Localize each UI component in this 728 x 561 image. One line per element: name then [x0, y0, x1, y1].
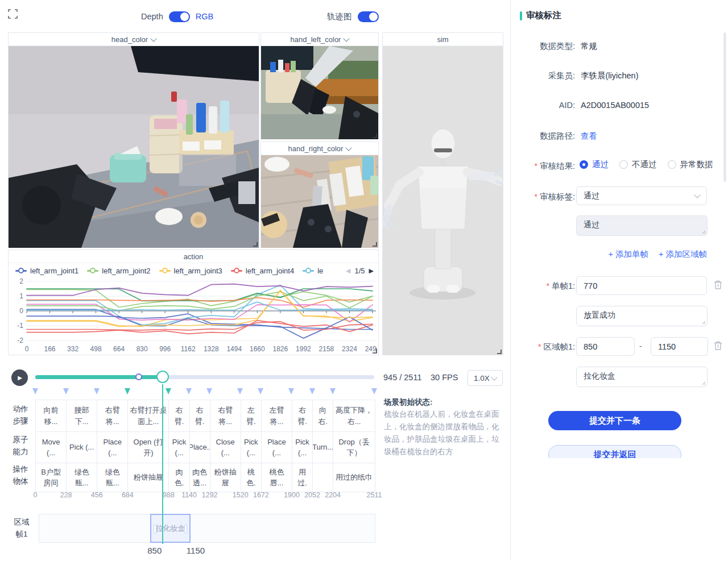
action-step-cell: 右臂.	[190, 400, 210, 431]
frame-axis-tick: 228	[60, 491, 72, 499]
scrollbar-thumb[interactable]	[723, 32, 726, 182]
legend-item[interactable]: left_arm_joint1	[15, 267, 78, 275]
legend-prev-icon[interactable]: ◀	[346, 267, 350, 275]
action-step-cell: 左臂.	[241, 400, 262, 431]
radio-label: 异常数据	[680, 159, 713, 170]
table-row: B户型房间绿色瓶...绿色瓶...粉饼抽屉肉色.肉色透...粉饼抽屉桃色.桃色唇…	[36, 463, 375, 492]
frame-marker-triangle[interactable]	[32, 388, 38, 394]
resize-handle-icon[interactable]	[253, 242, 258, 247]
frame-marker-triangle[interactable]	[94, 388, 100, 394]
radio-icon[interactable]	[619, 160, 628, 169]
region-start-input[interactable]: 850	[576, 337, 635, 356]
radio-icon[interactable]	[580, 160, 588, 169]
frame-marker-triangle[interactable]	[166, 388, 171, 394]
review-result-option[interactable]: 通过	[580, 159, 609, 170]
add-region-frame-link[interactable]: + 添加区域帧	[659, 249, 707, 260]
frame-marker-triangle[interactable]	[288, 388, 294, 394]
radio-icon[interactable]	[668, 160, 676, 169]
object-cell: 肉色.	[169, 463, 190, 492]
hand-right-title: hand_right_color	[288, 144, 344, 153]
svg-text:1494: 1494	[226, 345, 242, 353]
resize-grip-icon	[701, 230, 706, 234]
delete-region-frame-icon[interactable]	[713, 340, 723, 351]
region-frame-track[interactable]	[39, 514, 375, 543]
timeline-slider-handle[interactable]	[156, 371, 169, 383]
legend-item[interactable]: le	[303, 267, 323, 275]
single-frame-note[interactable]: 放置成功	[576, 306, 708, 326]
required-star: *	[546, 281, 549, 290]
add-single-frame-link[interactable]: + 添加单帧	[609, 249, 649, 260]
hand-left-image	[261, 46, 378, 139]
frame-axis-tick: 1520	[233, 491, 249, 499]
hand-left-title: hand_left_color	[291, 35, 341, 44]
frame-marker-triangle[interactable]	[309, 388, 315, 394]
atomic-skill-cell: Pick (...	[292, 432, 313, 463]
resize-handle-icon[interactable]	[497, 349, 502, 354]
submit-back-button[interactable]: 提交并返回	[548, 445, 681, 458]
range-separator: -	[639, 342, 642, 351]
frame-marker-triangle[interactable]	[63, 388, 69, 394]
frame-marker-triangle[interactable]	[237, 388, 243, 394]
hand-left-panel: hand_left_color	[260, 32, 379, 139]
resize-handle-icon[interactable]	[372, 348, 377, 354]
action-step-cell: 左臂将...	[262, 400, 292, 431]
svg-text:0: 0	[25, 345, 29, 353]
region-end-input[interactable]: 1150	[651, 337, 708, 356]
speed-value: 1.0X	[474, 374, 490, 383]
data-path-view-link[interactable]: 查看	[581, 131, 597, 142]
data-type-value: 常规	[581, 41, 597, 52]
svg-text:1: 1	[19, 292, 23, 300]
frame-marker-triangle[interactable]	[186, 388, 192, 394]
review-tag-select[interactable]: 通过	[576, 186, 707, 205]
frame-marker-triangle[interactable]	[330, 388, 336, 394]
trajectory-toggle[interactable]	[358, 11, 379, 22]
svg-text:-1: -1	[17, 322, 23, 330]
scene-state-label: 场景初始状态:	[384, 397, 433, 408]
region-frame-note[interactable]: 拉化妆盒	[576, 367, 708, 387]
fullscreen-icon[interactable]	[8, 9, 18, 19]
single-frame-dot[interactable]	[135, 373, 142, 380]
sim-panel: sim	[382, 32, 503, 355]
tissue	[264, 157, 289, 172]
speed-select[interactable]: 1.0X	[468, 370, 503, 386]
frame-marker-triangle[interactable]	[371, 388, 377, 394]
head-color-title: head_color	[111, 35, 148, 44]
legend-item[interactable]: left_arm_joint3	[159, 267, 222, 275]
legend-item[interactable]: left_arm_joint2	[87, 267, 150, 275]
collector-value: 李轶晨(liyichen)	[581, 70, 639, 81]
hand-right-header[interactable]: hand_right_color	[261, 142, 378, 155]
head-color-header[interactable]: head_color	[9, 33, 259, 46]
region-left-handle[interactable]	[154, 525, 156, 534]
legend-label: left_arm_joint2	[102, 267, 150, 275]
chart-legend: left_arm_joint1left_arm_joint2left_arm_j…	[9, 263, 378, 278]
action-step-cell: 右臂.	[169, 400, 190, 431]
review-tag-note[interactable]: 通过	[576, 215, 708, 236]
frame-marker-triangle[interactable]	[125, 388, 130, 394]
atomic-skill-cell: Move (...	[36, 432, 67, 463]
single-frame-input[interactable]: 770	[576, 276, 707, 295]
legend-next-icon[interactable]: ▶	[369, 267, 374, 275]
resize-handle-icon[interactable]	[372, 133, 377, 138]
submit-next-button[interactable]: 提交并下一条	[548, 411, 681, 430]
frame-marker-triangle[interactable]	[206, 388, 212, 394]
frame-marker-triangle[interactable]	[258, 388, 263, 394]
action-step-cell: 右臂将...	[97, 400, 128, 431]
resize-grip-icon	[701, 320, 706, 325]
review-result-option[interactable]: 异常数据	[668, 159, 713, 170]
action-step-cell: 向右.	[313, 400, 333, 431]
legend-marker-icon	[159, 268, 171, 273]
depth-rgb-toggle[interactable]	[169, 11, 190, 22]
region-right-handle[interactable]	[184, 525, 187, 534]
resize-handle-icon[interactable]	[372, 242, 377, 247]
region-frame-label: *区域帧1:	[511, 342, 575, 352]
play-button[interactable]: ▶	[11, 369, 28, 386]
action-title: action	[184, 252, 204, 261]
legend-item[interactable]: left_arm_joint4	[231, 267, 294, 275]
hand-left-header[interactable]: hand_left_color	[261, 33, 378, 46]
region-frame-box[interactable]: 拉化妆盒	[150, 514, 191, 543]
review-panel: 审核标注 数据类型: 常规 采集员: 李轶晨(liyichen) AID: A2…	[510, 0, 728, 561]
delete-single-frame-icon[interactable]	[713, 280, 723, 290]
svg-text:2: 2	[19, 278, 23, 285]
object-cell: B户型房间	[36, 463, 67, 492]
review-result-option[interactable]: 不通过	[619, 159, 657, 170]
